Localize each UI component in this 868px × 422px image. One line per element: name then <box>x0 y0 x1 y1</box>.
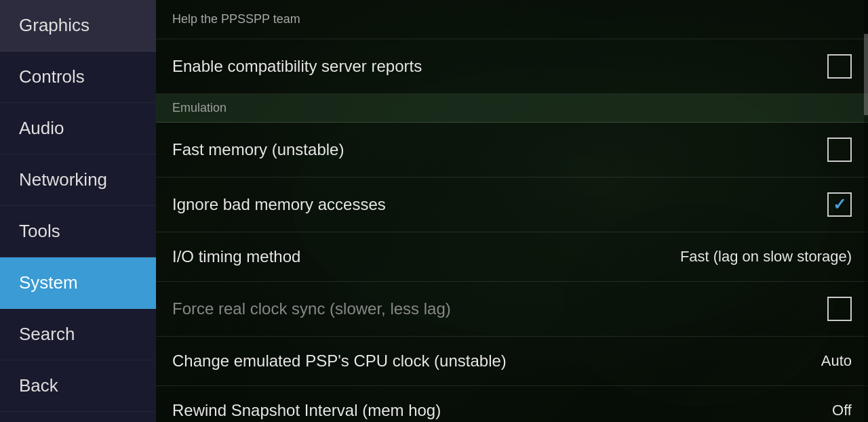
setting-value-io-timing: Fast (lag on slow storage) <box>680 248 852 266</box>
setting-label-enable-compat: Enable compatibility server reports <box>172 57 422 76</box>
setting-value-rewind-snapshot: Off <box>832 402 852 419</box>
checkbox-ignore-bad-memory[interactable] <box>827 192 852 217</box>
sidebar-item-graphics[interactable]: Graphics <box>0 0 156 51</box>
settings-panel[interactable]: Help the PPSSPP teamEnable compatibility… <box>156 0 868 422</box>
setting-row-cpu-clock[interactable]: Change emulated PSP's CPU clock (unstabl… <box>156 337 868 386</box>
sidebar-item-audio[interactable]: Audio <box>0 103 156 154</box>
setting-label-io-timing: I/O timing method <box>172 247 300 266</box>
setting-row-enable-compat[interactable]: Enable compatibility server reports <box>156 39 868 94</box>
sidebar-item-controls[interactable]: Controls <box>0 51 156 103</box>
setting-label-fast-memory: Fast memory (unstable) <box>172 140 344 159</box>
setting-row-ignore-bad-memory[interactable]: Ignore bad memory accesses <box>156 177 868 232</box>
help-ppsspp-row[interactable]: Help the PPSSPP team <box>156 0 868 39</box>
main-content: Help the PPSSPP teamEnable compatibility… <box>156 0 868 422</box>
sidebar-item-tools[interactable]: Tools <box>0 206 156 257</box>
checkbox-enable-compat[interactable] <box>827 54 852 79</box>
scrollbar[interactable] <box>864 0 868 422</box>
setting-row-io-timing[interactable]: I/O timing methodFast (lag on slow stora… <box>156 232 868 282</box>
sidebar-item-networking[interactable]: Networking <box>0 154 156 206</box>
setting-label-ignore-bad-memory: Ignore bad memory accesses <box>172 195 386 214</box>
scroll-thumb[interactable] <box>864 34 868 115</box>
sidebar-item-system[interactable]: System <box>0 257 156 309</box>
checkbox-force-real-clock[interactable] <box>827 297 852 321</box>
sidebar-item-search[interactable]: Search <box>0 309 156 360</box>
setting-label-rewind-snapshot: Rewind Snapshot Interval (mem hog) <box>172 401 441 420</box>
sidebar-item-back[interactable]: Back <box>0 360 156 412</box>
setting-label-force-real-clock: Force real clock sync (slower, less lag) <box>172 299 451 318</box>
section-header-emulation-header: Emulation <box>156 94 868 123</box>
sidebar: GraphicsControlsAudioNetworkingToolsSyst… <box>0 0 156 422</box>
setting-value-cpu-clock: Auto <box>821 352 852 370</box>
setting-row-rewind-snapshot[interactable]: Rewind Snapshot Interval (mem hog)Off <box>156 386 868 422</box>
setting-row-fast-memory[interactable]: Fast memory (unstable) <box>156 123 868 177</box>
setting-label-cpu-clock: Change emulated PSP's CPU clock (unstabl… <box>172 352 507 371</box>
help-ppsspp-label: Help the PPSSPP team <box>172 12 300 26</box>
checkbox-fast-memory[interactable] <box>827 138 852 162</box>
setting-row-force-real-clock[interactable]: Force real clock sync (slower, less lag) <box>156 282 868 337</box>
